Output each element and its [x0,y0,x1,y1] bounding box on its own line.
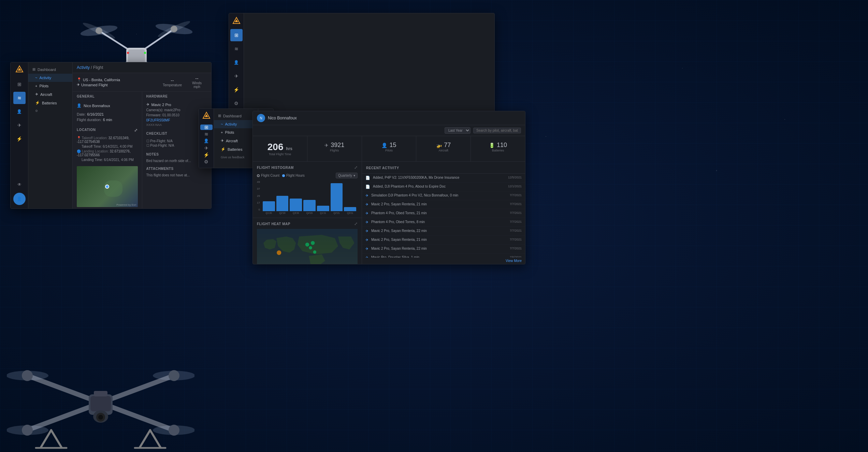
sidebar-item-dashboard[interactable]: ⊞ [230,29,243,41]
recent-item: ✈Mavic 2 Pro, Sayan Renteria, 21 min7/7/… [362,236,525,245]
secondary-nav-feedback[interactable]: Give us feedback [214,154,258,161]
recent-item-text: Mavic 2 Pro, Sayan Renteria, 22 min [371,247,507,250]
secondary-feedback-label: Give us feedback [221,156,245,159]
hist-period-select[interactable]: Quarterly ▾ [336,173,358,178]
flights-icon-row: ✈ 3921 [313,142,356,149]
duration-label: Flight duration: [77,118,102,122]
wind-unit: mph [193,85,200,89]
secondary-nav-pilots[interactable]: + Pilots [214,128,258,136]
flight-sidebar-eye[interactable]: 👁 [13,178,26,191]
flight-name-text: Unnamed Flight [81,83,108,87]
hist-y-37: 37 [257,187,260,190]
location-expand-icon[interactable]: ⤢ [134,128,138,133]
hist-chevron: ▾ [353,174,355,177]
secondary-nav-activity-label: Activity [225,122,237,126]
flight-detail-window: ⊞ ≋ 👤 ✈ ⚡ 👁 👤 ⊞ Dashboard ~ Activity + P… [10,62,212,209]
recent-item-date: 7/7/2021 [510,220,522,223]
histogram-header: FLIGHT HISTOGRAM ⤢ [257,165,358,170]
pilot-dash-body: FLIGHT HISTOGRAM ⤢ Flight Count Flight H… [253,162,525,264]
sidebar-item-activity[interactable]: ≋ [230,43,243,55]
hist-label-Q1'20: Q1'20 [263,212,275,214]
secondary-sidebar-pilots[interactable]: 👤 [200,138,213,144]
secondary-nav-batteries[interactable]: ⚡ Batteries [214,145,258,154]
secondary-sidebar-aircraft[interactable]: ✈ [200,145,213,151]
secondary-nav-header: ⊞ Dashboard [214,112,258,120]
hist-count-label: Flight Count [261,174,279,177]
flight-nav-batteries[interactable]: ⚡ Batteries [28,99,72,107]
heat-map-expand[interactable]: ⤢ [354,221,358,226]
aircraft-icon-row: 🚁 77 [422,142,465,149]
breadcrumb-flight: Flight [93,65,103,70]
svg-point-37 [22,425,33,436]
world-map [257,229,358,264]
flight-sidebar-dashboard[interactable]: ⊞ [13,78,26,90]
aircraft-item: ✈ Mavic 2 Pro [146,102,207,107]
flight-sidebar-pilots[interactable]: 👤 [13,105,26,118]
batteries-icon-stat: 🔋 [489,143,495,148]
pilot-name: Nico Bonnafoux [84,104,110,108]
flight-sidebar-activity[interactable]: ≋ [13,92,26,104]
flight-nav-pilots[interactable]: + Pilots [28,82,72,90]
landing-time-val: 6/14/2021, 4:06 PM [104,158,134,162]
sidebar-item-pilots[interactable]: 👤 [230,56,243,69]
flight-nav-activity-label: Activity [39,76,51,80]
hist-bar-Q2'20 [276,196,289,211]
sidebar-item-settings[interactable]: ⚙ [230,97,243,110]
hist-count-dot [257,174,260,177]
firmware-label: Firmware: [146,113,161,117]
recent-list: 📄Added, P4P V2: 11VXF5S00200KA, Mx Drone… [362,174,525,258]
flight-nav-activity[interactable]: ~ Activity [28,74,72,82]
recent-item: ✈Mavic 2 Pro, Sayan Renteria, 22 min7/7/… [362,245,525,253]
secondary-sidebar: ⊞ ≋ 👤 ✈ ⚡ ⚙ [199,109,214,168]
hist-label-Q4'20: Q4'20 [303,212,316,214]
heat-map-title: FLIGHT HEAT MAP [257,222,290,226]
sidebar-item-aircraft[interactable]: ✈ [230,70,243,82]
svg-point-35 [22,370,33,381]
flight-sidebar-batteries[interactable]: ⚡ [13,133,26,145]
pilot-search-input[interactable] [473,128,521,133]
breadcrumb-activity[interactable]: Activity [77,65,90,70]
logo-icon [232,17,241,25]
flight-sidebar-aircraft[interactable]: ✈ [13,119,26,131]
aircraft-icon: ✈ [146,102,149,107]
view-more-btn[interactable]: View More [362,258,525,264]
pilot-name-header: Nico Bonnafoux [268,116,297,120]
general-section: 👤 Nico Bonnafoux [73,100,142,112]
secondary-sidebar-batteries[interactable]: ⚡ [200,152,213,158]
secondary-nav-activity[interactable]: ~ Activity [214,120,258,128]
secondary-nav-aircraft[interactable]: ✈ Aircraft [214,136,258,145]
flight-nav-settings[interactable]: ⚙ [28,107,72,115]
wind-stat: -- Winds mph [187,76,207,89]
flight-left-col: GENERAL 👤 Nico Bonnafoux Date: 6/16/2021… [73,92,142,208]
flight-icon: ✈ [365,220,368,224]
recent-item-date: 7/7/2021 [510,211,522,215]
hist-chart-inner: Q1'20Q2'20Q3'20Q4'20Q1'21Q2'21Q3'21 [261,180,358,214]
flights-label: Flights [313,149,356,152]
secondary-sidebar-dashboard[interactable]: ⊞ [200,125,213,130]
histogram-labels: Q1'20Q2'20Q3'20Q4'20Q1'21Q2'21Q3'21 [261,211,358,214]
flight-nav-title: Dashboard [38,68,56,72]
svg-point-55 [311,241,315,245]
histogram-expand[interactable]: ⤢ [354,165,358,170]
flight-icon: ✈ [365,211,368,216]
hist-radio-count[interactable]: Flight Count [257,173,279,178]
secondary-sidebar-activity[interactable]: ≋ [200,131,213,137]
pilot-dashboard-window: N Nico Bonnafoux Last Year 206 hrs Total… [252,111,525,264]
svg-rect-44 [94,391,107,396]
time-filter-select[interactable]: Last Year [445,127,471,134]
hist-hours-dot [282,174,285,177]
svg-line-23 [140,430,150,447]
map-marker [105,185,109,189]
heat-map-container: Esri, Esri Geographics Powered by Esri [257,229,358,264]
secondary-sidebar-settings[interactable]: ⚙ [200,159,213,164]
flight-sidebar-user[interactable]: 👤 [13,193,26,205]
sidebar-item-batteries[interactable]: ⚡ [230,84,243,96]
secondary-logo-icon [202,112,211,120]
hist-bar-Q2'21 [331,183,343,211]
post-flight-item: ☐ Post-Flight: N/A [146,143,207,148]
hist-radio-hours[interactable]: Flight Hours [282,173,305,178]
flight-nav-aircraft[interactable]: ✈ Aircraft [28,90,72,99]
recent-item-text: Mavic 2 Pro, Sayan Renteria, 22 min [371,229,507,233]
temp-stat: -- Temperature [162,78,183,87]
general-title: GENERAL [73,92,142,100]
